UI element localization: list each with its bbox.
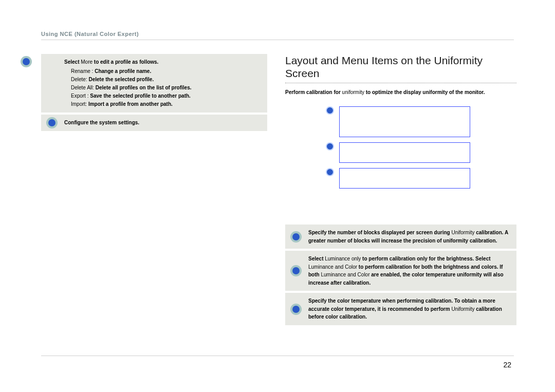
- item-desc: Delete all profiles on the list of profi…: [96, 85, 192, 90]
- bullet-dot-icon: [23, 58, 30, 65]
- item-name: Delete All: [71, 85, 92, 90]
- dotted-separator: [285, 83, 516, 83]
- intro-line: Perform calibration for uniformity to op…: [285, 88, 516, 96]
- settings-text: Configure the system settings.: [64, 120, 139, 125]
- diagram-box-2: [339, 142, 470, 163]
- right-column: Layout and Menu Items on the Uniformity …: [285, 54, 516, 327]
- more-item-import: Import: Import a profile from another pa…: [71, 100, 262, 108]
- item-name: Rename: [71, 68, 90, 74]
- item-name: Export: [71, 93, 86, 99]
- diagram-dot-3-icon: [326, 168, 334, 176]
- intro-code: uniformity: [342, 89, 364, 95]
- box3-c1: Uniformity: [451, 306, 474, 312]
- page-inner: Using NCE (Natural Color Expert) Select …: [13, 13, 542, 379]
- bullet-dot-icon: [292, 306, 300, 313]
- intro-strong-2: to optimize the display uniformity of th…: [366, 89, 485, 95]
- diagram-box-1: [339, 106, 470, 137]
- colortemp-info-box: Specify the color temperature when perfo…: [285, 293, 516, 325]
- box2-c1: Luminance only: [325, 256, 361, 262]
- item-name: Delete: [71, 77, 86, 82]
- item-desc: Import a profile from another path.: [88, 101, 173, 107]
- box1-c1: Uniformity: [451, 230, 474, 235]
- lead-code: More: [81, 59, 92, 65]
- breadcrumb: Using NCE (Natural Color Expert): [41, 31, 139, 37]
- lead-tail: to edit a profile as follows.: [94, 59, 159, 65]
- more-item-export: Export : Save the selected profile to an…: [71, 92, 262, 100]
- section-title: Layout and Menu Items on the Uniformity …: [285, 54, 516, 80]
- box1-t1: Specify the number of blocks displayed p…: [308, 230, 451, 235]
- item-desc: Save the selected profile to another pat…: [90, 93, 191, 99]
- page-number: 22: [503, 361, 511, 369]
- more-item-rename: Rename : Change a profile name.: [71, 67, 262, 76]
- uniformity-diagram: [319, 106, 483, 209]
- bullet-dot-icon: [292, 233, 300, 240]
- box2-c2: Luminance and Color: [308, 264, 357, 270]
- item-sep: :: [90, 68, 95, 74]
- diagram-box-3: [339, 168, 470, 189]
- box2-t2: to perform calibration only for the brig…: [362, 256, 490, 262]
- intro-strong-1: Perform calibration for: [285, 89, 341, 95]
- footer-rule: [41, 356, 514, 356]
- settings-box: Configure the system settings.: [41, 115, 267, 131]
- more-item-delete: Delete: Delete the selected profile.: [71, 76, 262, 84]
- diagram-dot-1-icon: [326, 106, 334, 115]
- bullet-icon: [21, 56, 32, 67]
- left-column: Select More to edit a profile as follows…: [41, 54, 267, 133]
- page-outer: Using NCE (Natural Color Expert) Select …: [0, 0, 555, 392]
- diagram-dot-2-icon: [326, 142, 334, 151]
- luminance-info-box: Select Luminance only to perform calibra…: [285, 251, 516, 291]
- item-name: Import: [71, 101, 85, 107]
- item-desc: Change a profile name.: [95, 68, 151, 74]
- bullet-icon: [290, 304, 302, 315]
- bullet-icon: [46, 117, 58, 128]
- box2-t1: Select: [308, 256, 323, 262]
- more-item-delete-all: Delete All: Delete all profiles on the l…: [71, 84, 262, 92]
- bullet-icon: [290, 265, 302, 276]
- item-sep: :: [86, 93, 90, 99]
- bullet-icon: [290, 231, 302, 242]
- box2-c3: Luminance and Color: [321, 272, 369, 277]
- item-desc: Delete the selected profile.: [88, 77, 154, 82]
- lead-strong: Select: [64, 59, 79, 65]
- more-box-lead: Select More to edit a profile as follows…: [64, 58, 262, 66]
- more-profile-box: Select More to edit a profile as follows…: [41, 54, 267, 113]
- blocks-info-box: Specify the number of blocks displayed p…: [285, 225, 516, 249]
- header-rule: [41, 40, 514, 40]
- bullet-dot-icon: [48, 119, 55, 126]
- bullet-dot-icon: [292, 267, 300, 274]
